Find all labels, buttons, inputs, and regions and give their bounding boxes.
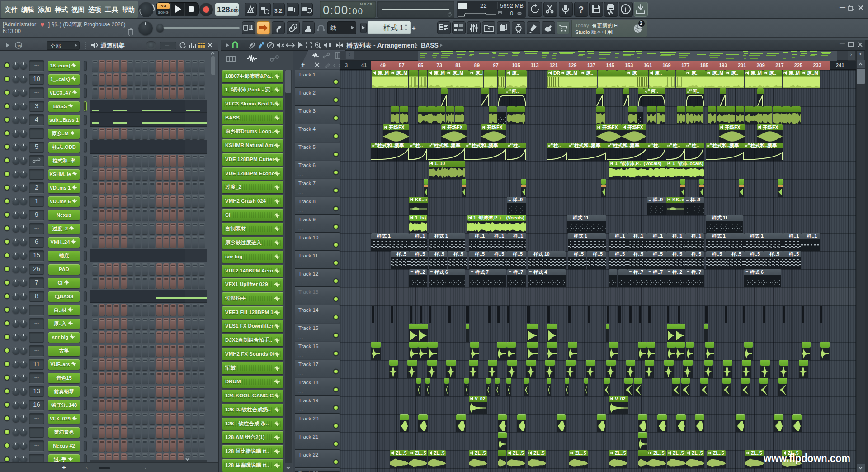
svg-text:i: i [625, 6, 627, 13]
svg-text:15: 15 [17, 44, 21, 48]
svg-text:?: ? [578, 5, 584, 14]
svg-text:3.2:: 3.2: [274, 8, 284, 14]
